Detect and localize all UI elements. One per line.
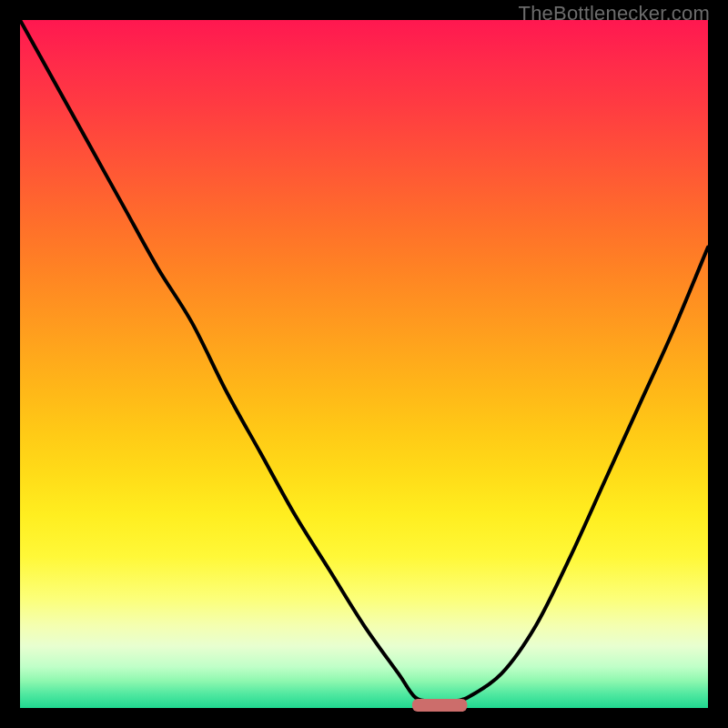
chart-overlay — [20, 20, 708, 708]
optimum-marker — [412, 699, 467, 712]
bottleneck-curve — [20, 20, 708, 702]
plot-area — [20, 20, 708, 708]
chart-frame: TheBottlenecker.com — [0, 0, 728, 728]
attribution-text: TheBottlenecker.com — [519, 2, 710, 25]
